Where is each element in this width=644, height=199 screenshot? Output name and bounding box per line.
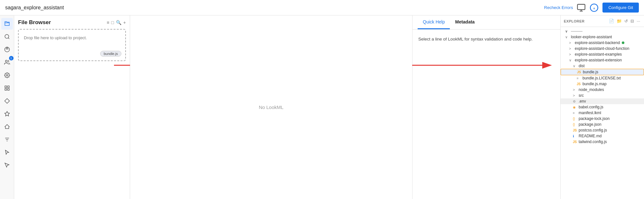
- filter-files-icon[interactable]: ≡: [107, 20, 109, 25]
- tree-item-postcss[interactable]: JS postcss.config.js: [561, 127, 644, 133]
- sidebar-icon-cursor[interactable]: [1, 147, 13, 158]
- tree-item-backend[interactable]: > explore-assistant-backend: [561, 40, 644, 46]
- text-file-icon: ≡: [577, 77, 581, 80]
- svg-point-11: [5, 60, 7, 62]
- right-panel: Quick Help Metadata Select a line of Loo…: [412, 15, 560, 199]
- tree-item-bundle-map[interactable]: JS bundle.js.map: [561, 81, 644, 87]
- right-panel-tabs: Quick Help Metadata: [412, 15, 560, 30]
- sidebar-icon-search[interactable]: [1, 31, 13, 42]
- readme-file-icon: ℹ: [573, 134, 577, 138]
- new-file-icon[interactable]: 📄: [608, 18, 615, 24]
- left-sidebar: 1: [0, 15, 14, 199]
- tree-item-package-lock[interactable]: {} package-lock.json: [561, 116, 644, 122]
- monitor-icon: [577, 3, 586, 12]
- sidebar-icon-files[interactable]: [1, 18, 13, 30]
- file-browser-title: File Browser: [18, 19, 51, 26]
- content-area: File Browser ≡ □ 🔍 + Drop file here to u…: [14, 15, 644, 199]
- tree-item-tailwind[interactable]: JS tailwind.config.js: [561, 139, 644, 145]
- json-file-icon2: {}: [573, 123, 577, 126]
- svg-point-9: [5, 47, 9, 52]
- svg-point-7: [5, 34, 9, 38]
- drop-zone[interactable]: Drop file here to upload to project. bun…: [18, 29, 126, 61]
- explorer-title: EXPLORER: [564, 19, 585, 23]
- header-actions: Recheck Errors Configure Git: [544, 3, 639, 13]
- main-layout: 1: [0, 15, 644, 199]
- tree-item-bundle-license[interactable]: ≡ bundle.js.LICENSE.txt: [561, 75, 644, 81]
- sidebar-icon-settings[interactable]: [1, 69, 13, 81]
- sidebar-icon-users[interactable]: 1: [1, 57, 13, 68]
- sidebar-icon-blocks[interactable]: [1, 82, 13, 94]
- sidebar-icon-cursor2[interactable]: [1, 159, 13, 171]
- diamond-icon: [4, 98, 10, 104]
- recheck-errors-button[interactable]: Recheck Errors: [544, 5, 573, 10]
- tree-item-package-json[interactable]: {} package.json: [561, 122, 644, 127]
- sidebar-icon-deploy[interactable]: [1, 121, 13, 132]
- js-tailwind-icon: JS: [573, 140, 577, 144]
- blocks-icon: [4, 85, 10, 91]
- add-file-icon[interactable]: +: [123, 20, 126, 25]
- tree-item-readme[interactable]: ℹ README.md: [561, 133, 644, 139]
- more-options-icon[interactable]: ···: [636, 18, 641, 24]
- svg-marker-17: [5, 99, 9, 104]
- checkbox-icon[interactable]: □: [111, 20, 114, 25]
- tree-item-manifest[interactable]: ≡ manifest.lkml: [561, 110, 644, 116]
- files-icon: [4, 21, 10, 27]
- cursor-icon: [4, 149, 10, 155]
- deploy-icon: [4, 124, 10, 130]
- folder-expand-icon3: >: [569, 52, 573, 56]
- users-icon: [4, 59, 10, 65]
- search-files-icon[interactable]: 🔍: [116, 20, 121, 25]
- babel-file-icon: ◉: [573, 105, 577, 109]
- right-panel-content: Select a line of LookML for syntax valid…: [412, 30, 560, 49]
- folder-collapse-icon2: ∨: [569, 58, 573, 62]
- refresh-icon[interactable]: ↺: [624, 18, 629, 24]
- tree-item-extension[interactable]: ∨ explore-assistant-extension: [561, 57, 644, 63]
- file-explorer: EXPLORER 📄 📁 ↺ ⊟ ··· ∨ ――― ∨: [560, 15, 644, 199]
- svg-rect-15: [7, 89, 9, 90]
- sidebar-icon-filter[interactable]: [1, 134, 13, 145]
- bundle-chip[interactable]: bundle.js: [100, 51, 121, 57]
- tree-item-looker-explore-assistant[interactable]: ∨ looker-explore-assistant: [561, 34, 644, 40]
- info-icon: [590, 3, 599, 12]
- svg-rect-16: [5, 89, 6, 90]
- sidebar-icon-diamond[interactable]: [1, 95, 13, 107]
- users-badge: 1: [9, 56, 14, 60]
- folder-expand-icon5: >: [573, 94, 577, 97]
- tree-item-bundle-js[interactable]: JS bundle.js: [561, 69, 644, 75]
- folder-expand-icon: >: [569, 41, 573, 45]
- drop-zone-text: Drop file here to upload to project.: [24, 35, 87, 41]
- navigate-icon: [4, 47, 10, 52]
- collapse-all-icon[interactable]: ⊟: [630, 18, 635, 24]
- tab-quick-help[interactable]: Quick Help: [418, 15, 450, 29]
- explorer-header: EXPLORER 📄 📁 ↺ ⊟ ···: [561, 15, 644, 27]
- tree-item-babel[interactable]: ◉ babel.config.js: [561, 104, 644, 110]
- info-icon-button[interactable]: [590, 3, 599, 12]
- svg-rect-14: [7, 86, 9, 87]
- configure-git-button[interactable]: Configure Git: [602, 3, 639, 13]
- tree-item-node-modules[interactable]: > node_modules: [561, 87, 644, 93]
- editor-area: No LookML: [130, 15, 412, 199]
- sidebar-icon-navigate[interactable]: [1, 44, 13, 55]
- app-title: sagara_explore_assistant: [5, 5, 64, 11]
- svg-rect-13: [5, 86, 6, 87]
- tab-metadata[interactable]: Metadata: [450, 15, 480, 29]
- tree-item-examples[interactable]: > explore-assistant-examples: [561, 51, 644, 57]
- file-browser-icons: ≡ □ 🔍 +: [107, 20, 126, 25]
- tree-item-env[interactable]: ⚙ .env: [561, 98, 644, 104]
- new-folder-icon[interactable]: 📁: [616, 18, 622, 24]
- no-lookml-label: No LookML: [130, 15, 412, 199]
- sidebar-icon-star[interactable]: [1, 108, 13, 120]
- folder-collapse-icon: ∨: [565, 35, 570, 39]
- monitor-icon-button[interactable]: [577, 3, 586, 12]
- quick-help-text: Select a line of LookML for syntax valid…: [418, 37, 533, 41]
- folder-expand-icon4: >: [573, 88, 577, 92]
- settings-icon: [4, 72, 10, 78]
- tree-item-src[interactable]: > src: [561, 93, 644, 98]
- chevron-down-icon: ∨: [565, 29, 570, 33]
- file-browser-panel: File Browser ≡ □ 🔍 + Drop file here to u…: [14, 15, 130, 199]
- tree-item-root-collapse[interactable]: ∨ ―――: [561, 28, 644, 34]
- star-icon: [4, 111, 10, 117]
- search-icon: [4, 34, 10, 40]
- tree-item-cloud-function[interactable]: > explore-assistant-cloud-function: [561, 46, 644, 51]
- tree-item-dist[interactable]: ∨ dist: [561, 63, 644, 69]
